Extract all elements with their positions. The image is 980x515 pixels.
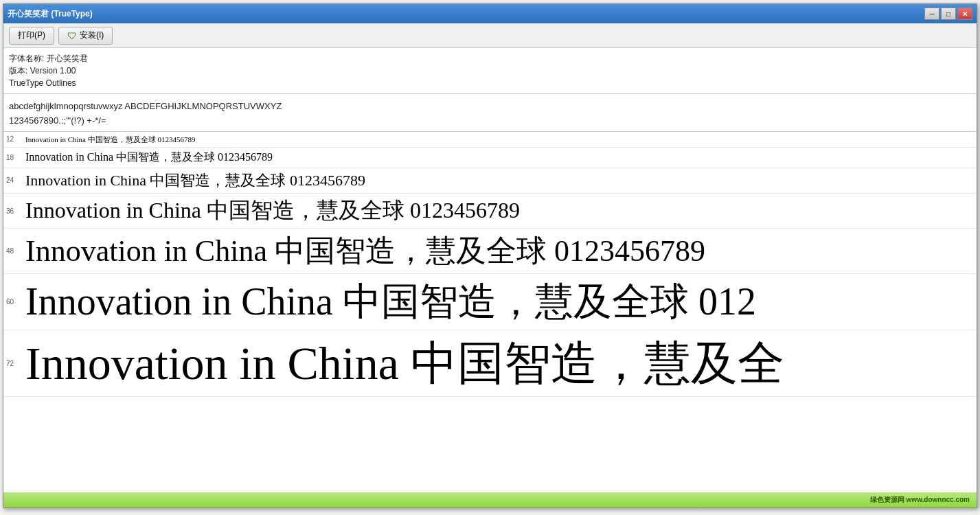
font-samples: 12Innovation in China 中国智造，慧及全球 01234567… (3, 132, 977, 492)
sample-text: Innovation in China 中国智造，慧及全球 0123456789 (25, 231, 705, 271)
print-button[interactable]: 打印(P) (9, 27, 54, 45)
font-type: TrueType Outlines (9, 77, 971, 89)
size-label: 72 (6, 360, 25, 367)
sample-row: 12Innovation in China 中国智造，慧及全球 01234567… (3, 132, 977, 148)
font-name: 字体名称: 开心笑笑君 (9, 52, 971, 65)
sample-row: 18Innovation in China 中国智造，慧及全球 01234567… (3, 148, 977, 168)
size-label: 24 (6, 176, 25, 184)
close-button[interactable]: ✕ (957, 8, 972, 20)
alphabet-preview: abcdefghijklmnopqrstuvwxyz ABCDEFGHIJKLM… (3, 94, 977, 132)
size-label: 18 (6, 154, 25, 161)
install-label: 安装(I) (80, 30, 104, 41)
size-label: 60 (6, 298, 25, 306)
sample-row: 60Innovation in China 中国智造，慧及全球 012 (3, 274, 977, 330)
window-controls: ─ □ ✕ (924, 8, 972, 20)
font-info: 字体名称: 开心笑笑君 版本: Version 1.00 TrueType Ou… (3, 48, 977, 94)
sample-text: Innovation in China 中国智造，慧及全球 0123456789 (25, 150, 273, 165)
size-label: 12 (6, 135, 25, 143)
sample-text: Innovation in China 中国智造，慧及全球 0123456789 (25, 171, 365, 191)
font-preview-window: 开心笑笑君 (TrueType) ─ □ ✕ 打印(P) 🛡 安装(I) 字体名… (3, 3, 977, 508)
toolbar: 打印(P) 🛡 安装(I) (3, 23, 977, 48)
sample-text: Innovation in China 中国智造，慧及全球 0123456789 (25, 135, 196, 144)
title-bar: 开心笑笑君 (TrueType) ─ □ ✕ (3, 4, 977, 23)
minimize-button[interactable]: ─ (924, 8, 939, 20)
alphabet-numbers: 1234567890.:;'"(!?) +-*/= (9, 114, 971, 128)
sample-row: 48Innovation in China 中国智造，慧及全球 01234567… (3, 229, 977, 274)
sample-text: Innovation in China 中国智造，慧及全 (25, 333, 784, 393)
bottom-bar: 绿色资源网 www.downncc.com (3, 492, 977, 507)
sample-row: 72Innovation in China 中国智造，慧及全 (3, 330, 977, 397)
maximize-button[interactable]: □ (941, 8, 956, 20)
sample-text: Innovation in China 中国智造，慧及全球 012 (25, 277, 756, 327)
sample-row: 36Innovation in China 中国智造，慧及全球 01234567… (3, 194, 977, 229)
font-version: 版本: Version 1.00 (9, 65, 971, 77)
sample-text: Innovation in China 中国智造，慧及全球 0123456789 (25, 196, 520, 225)
install-button[interactable]: 🛡 安装(I) (58, 27, 113, 45)
bottom-text: 绿色资源网 www.downncc.com (870, 495, 970, 505)
alphabet-lowercase: abcdefghijklmnopqrstuvwxyz ABCDEFGHIJKLM… (9, 100, 971, 114)
window-title: 开心笑笑君 (TrueType) (8, 8, 93, 20)
install-icon: 🛡 (67, 30, 77, 41)
size-label: 48 (6, 247, 25, 255)
size-label: 36 (6, 207, 25, 215)
sample-row: 24Innovation in China 中国智造，慧及全球 01234567… (3, 168, 977, 194)
print-label: 打印(P) (18, 30, 45, 41)
